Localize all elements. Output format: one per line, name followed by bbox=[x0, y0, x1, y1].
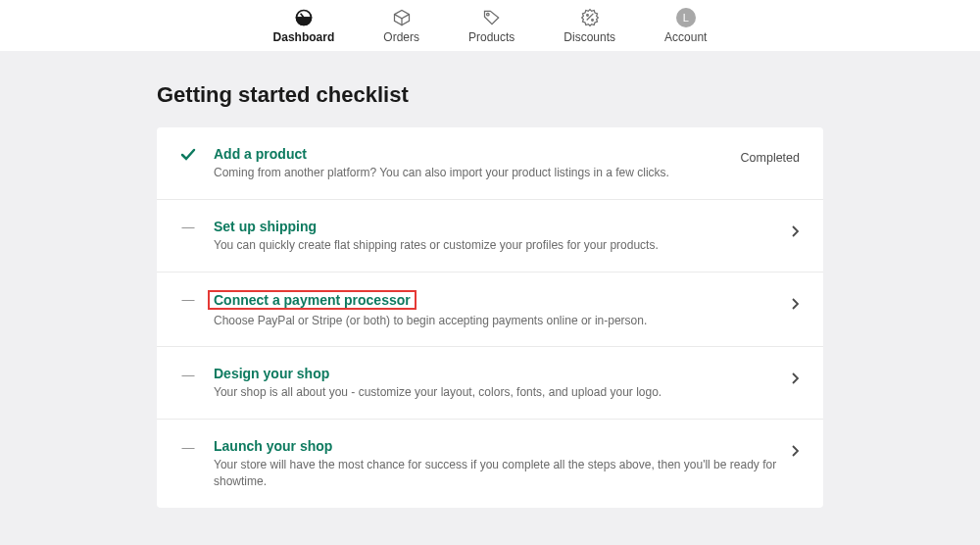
check-icon bbox=[180, 147, 196, 163]
item-expand bbox=[792, 443, 800, 461]
item-expand bbox=[792, 223, 800, 241]
dash-icon: — bbox=[180, 292, 196, 308]
item-title: Add a product bbox=[214, 146, 307, 162]
item-desc: Your shop is all about you - customize y… bbox=[214, 384, 792, 401]
products-icon bbox=[482, 8, 502, 27]
account-avatar-icon: L bbox=[676, 8, 696, 27]
nav-discounts[interactable]: Discounts bbox=[564, 8, 615, 44]
item-title: Set up shipping bbox=[214, 219, 317, 234]
orders-icon bbox=[392, 8, 412, 27]
dash-icon: — bbox=[180, 220, 196, 235]
completed-label: Completed bbox=[741, 151, 800, 165]
item-body: Set up shipping You can quickly create f… bbox=[214, 218, 792, 254]
svg-point-2 bbox=[586, 14, 588, 16]
page-title: Getting started checklist bbox=[157, 82, 823, 108]
checklist-item-launch[interactable]: — Launch your shop Your store will have … bbox=[157, 420, 823, 508]
checklist-item-payment[interactable]: — Connect a payment processor Choose Pay… bbox=[157, 272, 823, 348]
item-body: Connect a payment processor Choose PayPa… bbox=[214, 290, 792, 329]
dashboard-icon bbox=[294, 8, 314, 27]
item-expand bbox=[792, 371, 800, 388]
item-body: Add a product Coming from another platfo… bbox=[214, 145, 741, 181]
nav-products[interactable]: Products bbox=[468, 8, 514, 44]
item-desc: Your store will have the most chance for… bbox=[214, 457, 792, 490]
dash-icon: — bbox=[180, 439, 196, 455]
nav-dashboard[interactable]: Dashboard bbox=[273, 8, 335, 44]
dash-icon: — bbox=[180, 367, 196, 382]
item-desc: You can quickly create flat shipping rat… bbox=[214, 237, 792, 254]
item-body: Design your shop Your shop is all about … bbox=[214, 365, 792, 401]
svg-point-3 bbox=[591, 19, 593, 21]
item-title: Connect a payment processor bbox=[208, 290, 416, 310]
item-title: Design your shop bbox=[214, 366, 329, 381]
top-navigation: Dashboard Orders Products Discounts L Ac… bbox=[0, 0, 980, 51]
chevron-right-icon bbox=[792, 371, 800, 388]
nav-account[interactable]: L Account bbox=[664, 8, 707, 44]
item-desc: Coming from another platform? You can al… bbox=[214, 165, 741, 181]
main-content: Getting started checklist Add a product … bbox=[157, 51, 823, 545]
checklist-item-add-product[interactable]: Add a product Coming from another platfo… bbox=[157, 127, 823, 200]
discounts-icon bbox=[580, 8, 600, 27]
chevron-right-icon bbox=[792, 443, 800, 461]
item-expand bbox=[792, 296, 800, 314]
item-title: Launch your shop bbox=[214, 438, 332, 454]
chevron-right-icon bbox=[792, 296, 800, 314]
checklist-item-shipping[interactable]: — Set up shipping You can quickly create… bbox=[157, 200, 823, 272]
nav-label: Dashboard bbox=[273, 30, 335, 44]
nav-label: Discounts bbox=[564, 30, 615, 44]
nav-orders[interactable]: Orders bbox=[383, 8, 419, 44]
chevron-right-icon bbox=[792, 223, 800, 241]
nav-label: Account bbox=[664, 30, 707, 44]
nav-label: Products bbox=[468, 30, 514, 44]
checklist-container: Add a product Coming from another platfo… bbox=[157, 127, 823, 508]
svg-point-1 bbox=[486, 13, 489, 16]
checklist-item-design[interactable]: — Design your shop Your shop is all abou… bbox=[157, 347, 823, 420]
nav-label: Orders bbox=[383, 30, 419, 44]
item-desc: Choose PayPal or Stripe (or both) to beg… bbox=[214, 313, 792, 329]
item-body: Launch your shop Your store will have th… bbox=[214, 437, 792, 490]
item-status: Completed bbox=[741, 151, 800, 165]
